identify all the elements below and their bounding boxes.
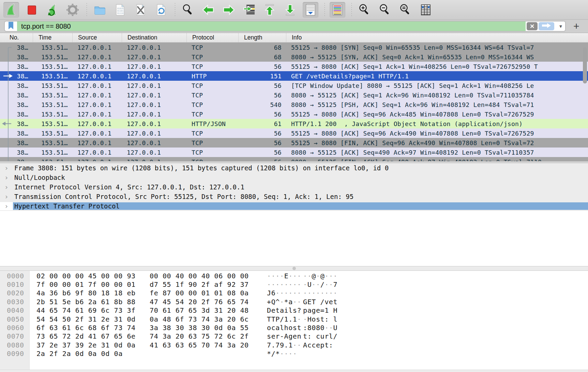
expand-chevron-icon[interactable]: ›: [0, 183, 13, 191]
filter-apply-button[interactable]: [539, 22, 554, 30]
go-first-packet-button[interactable]: [262, 2, 277, 18]
cell-destination: 127.0.0.1: [122, 157, 187, 161]
cell-source: 127.0.0.1: [73, 62, 122, 71]
list-blue-triangle-icon: [304, 3, 317, 17]
packet-row[interactable]: 38…153.51…127.0.0.1127.0.0.1TCP5655125 →…: [0, 138, 588, 148]
detail-row[interactable]: ›Null/Loopback: [0, 173, 588, 182]
column-header-source[interactable]: Source: [73, 33, 122, 42]
stop-capture-button[interactable]: [24, 2, 40, 18]
zoom-reset-button[interactable]: [397, 2, 413, 18]
cell-length: 56: [239, 128, 286, 138]
column-header-info[interactable]: Info: [286, 33, 588, 42]
packet-row[interactable]: 38…153.51…127.0.0.1127.0.0.1TCP568080 → …: [0, 148, 588, 157]
close-file-button[interactable]: 01110: [133, 2, 148, 18]
hex-bytes-group2: 0a 48 6f 73 74 3a 20 6c: [141, 315, 255, 323]
detail-row[interactable]: ›Frame 3808: 151 bytes on wire (1208 bit…: [0, 163, 588, 173]
capture-options-button[interactable]: [65, 2, 80, 18]
column-header-time[interactable]: Time: [33, 33, 73, 42]
packet-list-header: No.TimeSourceDestinationProtocolLengthIn…: [0, 33, 588, 43]
hex-row[interactable]: 00107f 00 00 01 7f 00 00 01d7 55 1f 90 2…: [0, 280, 588, 289]
start-capture-button[interactable]: [3, 2, 19, 18]
green-arrow-down-bar-icon: [283, 3, 297, 17]
detail-row[interactable]: ›Transmission Control Protocol, Src Port…: [0, 192, 588, 201]
svg-text:01110: 01110: [117, 12, 123, 14]
ascii-group2: ········: [298, 289, 334, 297]
auto-scroll-button[interactable]: [303, 2, 318, 18]
go-back-button[interactable]: [200, 2, 216, 18]
hex-bytes-group1: 44 65 74 61 69 6c 73 3f: [30, 306, 141, 314]
expand-chevron-icon[interactable]: ›: [0, 164, 13, 172]
zoom-in-button[interactable]: [357, 2, 372, 18]
hex-row[interactable]: 00302b 51 5e b6 2a 61 8b 8847 45 54 20 2…: [0, 297, 588, 306]
column-header-destination[interactable]: Destination: [122, 33, 187, 42]
filter-clear-button[interactable]: ✕: [527, 22, 538, 30]
hex-row[interactable]: 004044 65 74 61 69 6c 73 3f70 61 67 65 3…: [0, 306, 588, 315]
cell-length: 56: [239, 157, 286, 161]
hex-offset: 0020: [0, 289, 30, 297]
expand-chevron-icon[interactable]: ›: [0, 202, 13, 210]
cell-no: 38…: [0, 43, 33, 52]
hex-row[interactable]: 007073 65 72 2d 41 67 65 6e74 3a 20 63 7…: [0, 332, 588, 341]
go-to-packet-button[interactable]: [241, 2, 257, 18]
expand-chevron-icon[interactable]: ›: [0, 192, 13, 201]
packet-row[interactable]: 38…153.51…127.0.0.1127.0.0.1TCP688080 → …: [0, 52, 588, 62]
packet-row[interactable]: 38…153.51…127.0.0.1127.0.0.1TCP6855125 →…: [0, 43, 588, 52]
restart-capture-button[interactable]: [44, 2, 60, 18]
cell-protocol: TCP: [187, 157, 239, 161]
packet-row[interactable]: 38…153.51…127.0.0.1127.0.0.1TCP5655125 →…: [0, 128, 588, 138]
filter-bookmark-button[interactable]: [5, 21, 17, 31]
reload-file-button[interactable]: 0110: [153, 2, 169, 18]
cell-info: HTTP/1.1 200 , JavaScript Object Notatio…: [286, 119, 588, 128]
filter-history-dropdown[interactable]: ▼: [556, 21, 565, 31]
hex-row[interactable]: 000002 00 00 00 45 00 00 9300 00 40 00 4…: [0, 272, 588, 280]
go-last-packet-button[interactable]: [282, 2, 298, 18]
column-header-length[interactable]: Length: [239, 33, 286, 42]
column-header-protocol[interactable]: Protocol: [187, 33, 239, 42]
filter-bar: ✕ ▼ +: [0, 20, 588, 33]
cell-time: 153.51…: [33, 71, 73, 81]
red-stop-square-icon: [25, 3, 39, 17]
cell-protocol: HTTP/JSON: [187, 119, 239, 128]
packet-row[interactable]: 38…153.51…127.0.0.1127.0.0.1HTTP/JSON61H…: [0, 119, 588, 128]
cell-length: 68: [239, 43, 286, 52]
packet-row[interactable]: 38…153.51…127.0.0.1127.0.0.1TCP568080 → …: [0, 157, 588, 161]
packet-list-scrollbar-thumb[interactable]: [583, 47, 587, 83]
expand-chevron-icon[interactable]: ›: [0, 173, 13, 182]
cell-time: 153.51…: [33, 119, 73, 128]
toolbar-separator: [175, 3, 175, 17]
packet-row[interactable]: 38…153.51…127.0.0.1127.0.0.1HTTP151GET /…: [0, 71, 588, 81]
hex-row[interactable]: 00204a 36 b6 9f 80 18 18 ebfe 87 00 00 0…: [0, 289, 588, 297]
zoom-out-button[interactable]: [377, 2, 393, 18]
packet-row[interactable]: 38…153.51…127.0.0.1127.0.0.1TCP5408080 →…: [0, 100, 588, 109]
resize-columns-button[interactable]: [418, 2, 434, 18]
cell-time: 153.51…: [33, 43, 73, 52]
packet-row[interactable]: 38…153.51…127.0.0.1127.0.0.1TCP5655125 →…: [0, 62, 588, 71]
save-file-button[interactable]: 01010 01101 01110: [112, 2, 128, 18]
detail-row[interactable]: ›Internet Protocol Version 4, Src: 127.0…: [0, 182, 588, 192]
colorize-button[interactable]: [330, 2, 345, 18]
column-header-no[interactable]: No.: [0, 33, 33, 42]
open-file-button[interactable]: [92, 2, 107, 18]
ascii-group1: Details?: [255, 306, 298, 314]
folder-icon: [93, 3, 106, 17]
hex-row[interactable]: 008037 2e 37 39 2e 31 0d 0a41 63 63 65 7…: [0, 341, 588, 349]
toolbar-separator: [87, 3, 87, 17]
hex-row[interactable]: 00606f 63 61 6c 68 6f 73 743a 38 30 38 3…: [0, 323, 588, 332]
packet-row[interactable]: 38…153.51…127.0.0.1127.0.0.1TCP5655125 →…: [0, 109, 588, 119]
ascii-group1: ser-Agen: [255, 332, 298, 340]
hex-row[interactable]: 005054 54 50 2f 31 2e 31 0d0a 48 6f 73 7…: [0, 315, 588, 323]
details-hex-splitter[interactable]: [0, 266, 588, 271]
go-forward-button[interactable]: [221, 2, 237, 18]
packet-row[interactable]: 38…153.51…127.0.0.1127.0.0.1TCP56[TCP Wi…: [0, 81, 588, 90]
packet-row[interactable]: 38…153.51…127.0.0.1127.0.0.1TCP568080 → …: [0, 90, 588, 100]
add-filter-button[interactable]: +: [573, 21, 579, 31]
document-x-icon: 01110: [134, 3, 147, 17]
cell-source: 127.0.0.1: [73, 90, 122, 100]
display-filter-input[interactable]: [17, 21, 526, 31]
cell-destination: 127.0.0.1: [122, 100, 187, 109]
find-packet-button[interactable]: [180, 2, 196, 18]
hex-row[interactable]: 00902a 2f 2a 0d 0a 0d 0a*/*····: [0, 350, 588, 358]
detail-row[interactable]: ›Hypertext Transfer Protocol: [0, 201, 588, 211]
hex-bytes-group1: 7f 00 00 01 7f 00 00 01: [30, 280, 141, 289]
cell-time: 153.51…: [33, 52, 73, 62]
